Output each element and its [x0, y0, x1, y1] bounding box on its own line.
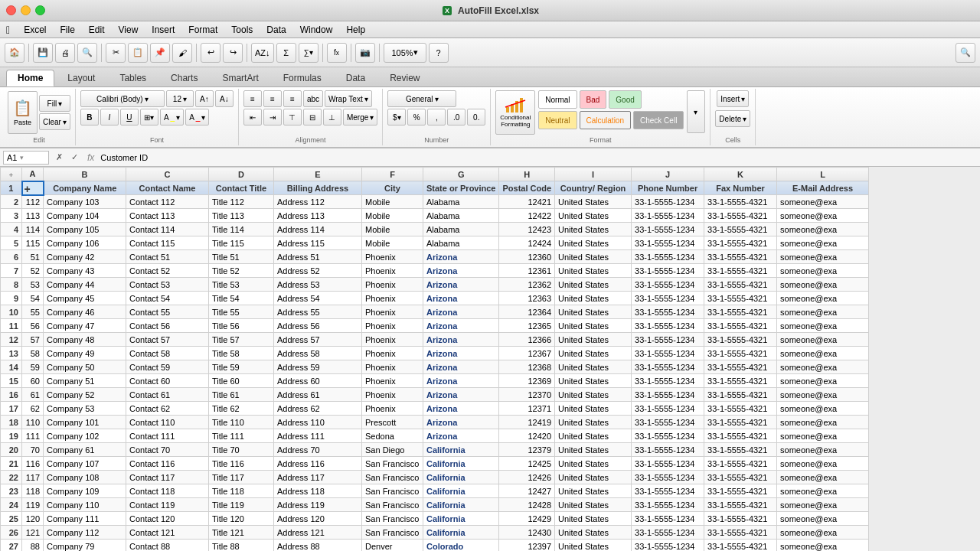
- tab-smartart[interactable]: SmartArt: [211, 70, 270, 86]
- col-header-c[interactable]: C: [126, 168, 209, 181]
- cell-row5-col6[interactable]: Alabama: [423, 236, 499, 250]
- cell-row19-col7[interactable]: 12420: [499, 429, 555, 443]
- cell-row23-col4[interactable]: Address 118: [274, 484, 362, 498]
- font-size-selector[interactable]: 12 ▾: [166, 90, 194, 107]
- cell-row10-col9[interactable]: 33-1-5555-1234: [632, 305, 704, 319]
- cell-row11-col11[interactable]: someone@exa: [777, 319, 869, 333]
- cell-row9-col5[interactable]: Phoenix: [362, 292, 423, 305]
- number-format-selector[interactable]: General ▾: [387, 90, 456, 107]
- cell-row21-col0[interactable]: 116: [22, 457, 44, 471]
- good-style[interactable]: Good: [609, 90, 641, 109]
- cell-row3-col6[interactable]: Alabama: [423, 209, 499, 223]
- cell-row24-col8[interactable]: United States: [555, 498, 632, 512]
- decimal-inc-btn[interactable]: .0: [447, 109, 466, 126]
- row-num-22[interactable]: 22: [1, 471, 22, 484]
- col-header-k[interactable]: K: [704, 168, 777, 181]
- cell-k1[interactable]: Fax Number: [704, 181, 777, 195]
- scissors-btn[interactable]: ✂: [106, 43, 126, 63]
- cell-row6-col9[interactable]: 33-1-5555-1234: [632, 250, 704, 264]
- cell-row5-col7[interactable]: 12424: [499, 236, 555, 250]
- cell-row7-col11[interactable]: someone@exa: [777, 264, 869, 278]
- cell-row16-col6[interactable]: Arizona: [423, 388, 499, 402]
- cell-row11-col9[interactable]: 33-1-5555-1234: [632, 319, 704, 333]
- cell-row20-col9[interactable]: 33-1-5555-1234: [632, 443, 704, 457]
- cell-row10-col7[interactable]: 12364: [499, 305, 555, 319]
- cell-row5-col1[interactable]: Company 106: [44, 236, 126, 250]
- cell-row3-col2[interactable]: Contact 113: [126, 209, 209, 223]
- cell-row8-col0[interactable]: 53: [22, 278, 44, 292]
- cell-row18-col1[interactable]: Company 101: [44, 416, 126, 429]
- search-btn[interactable]: 🔍: [956, 43, 975, 63]
- cell-row25-col4[interactable]: Address 120: [274, 512, 362, 526]
- cell-row25-col11[interactable]: someone@exa: [777, 512, 869, 526]
- cell-e1[interactable]: Billing Address: [274, 181, 362, 195]
- cell-row27-col2[interactable]: Contact 88: [126, 540, 209, 552]
- cell-row21-col2[interactable]: Contact 116: [126, 457, 209, 471]
- cell-row25-col8[interactable]: United States: [555, 512, 632, 526]
- row-num-12[interactable]: 12: [1, 333, 22, 347]
- col-header-h[interactable]: H: [499, 168, 555, 181]
- cell-row3-col5[interactable]: Mobile: [362, 209, 423, 223]
- cell-row27-col3[interactable]: Title 88: [209, 540, 274, 552]
- paste-button[interactable]: 📋 Paste: [8, 91, 38, 134]
- cell-row14-col4[interactable]: Address 59: [274, 360, 362, 374]
- cell-row20-col8[interactable]: United States: [555, 443, 632, 457]
- cell-row14-col11[interactable]: someone@exa: [777, 360, 869, 374]
- redo-btn[interactable]: ↪: [223, 43, 243, 63]
- cell-row12-col4[interactable]: Address 57: [274, 333, 362, 347]
- cell-row21-col5[interactable]: San Francisco: [362, 457, 423, 471]
- cell-row2-col10[interactable]: 33-1-5555-4321: [704, 195, 777, 209]
- cell-row24-col0[interactable]: 119: [22, 498, 44, 512]
- cell-row10-col1[interactable]: Company 46: [44, 305, 126, 319]
- cell-row19-col11[interactable]: someone@exa: [777, 429, 869, 443]
- cell-row3-col9[interactable]: 33-1-5555-1234: [632, 209, 704, 223]
- cell-row3-col11[interactable]: someone@exa: [777, 209, 869, 223]
- cell-row17-col1[interactable]: Company 53: [44, 402, 126, 416]
- cell-j1[interactable]: Phone Number: [632, 181, 704, 195]
- cell-row17-col9[interactable]: 33-1-5555-1234: [632, 402, 704, 416]
- cell-row16-col2[interactable]: Contact 61: [126, 388, 209, 402]
- cell-row6-col7[interactable]: 12360: [499, 250, 555, 264]
- underline-button[interactable]: U: [120, 109, 139, 126]
- bold-button[interactable]: B: [80, 109, 99, 126]
- cell-row7-col7[interactable]: 12361: [499, 264, 555, 278]
- cell-row23-col0[interactable]: 118: [22, 484, 44, 498]
- cell-row3-col1[interactable]: Company 104: [44, 209, 126, 223]
- cell-row14-col0[interactable]: 59: [22, 360, 44, 374]
- cell-row10-col0[interactable]: 55: [22, 305, 44, 319]
- menu-edit[interactable]: Edit: [83, 24, 111, 36]
- cell-row8-col7[interactable]: 12362: [499, 278, 555, 292]
- align-middle-btn[interactable]: ⊟: [303, 109, 322, 126]
- cell-row6-col4[interactable]: Address 51: [274, 250, 362, 264]
- font-increase-btn[interactable]: A↑: [195, 90, 214, 107]
- cell-f1[interactable]: City: [362, 181, 423, 195]
- cell-row8-col6[interactable]: Arizona: [423, 278, 499, 292]
- cell-row2-col9[interactable]: 33-1-5555-1234: [632, 195, 704, 209]
- col-header-i[interactable]: I: [555, 168, 632, 181]
- cell-row15-col9[interactable]: 33-1-5555-1234: [632, 374, 704, 388]
- more-styles-btn[interactable]: ▾: [687, 90, 705, 133]
- cell-row5-col0[interactable]: 115: [22, 236, 44, 250]
- cell-row26-col10[interactable]: 33-1-5555-4321: [704, 526, 777, 540]
- cell-row13-col10[interactable]: 33-1-5555-4321: [704, 347, 777, 360]
- fill-button[interactable]: Fill ▾: [39, 95, 70, 112]
- autosum-btn[interactable]: ∑▾: [299, 43, 318, 63]
- cell-row14-col10[interactable]: 33-1-5555-4321: [704, 360, 777, 374]
- cell-row20-col7[interactable]: 12379: [499, 443, 555, 457]
- cell-row12-col1[interactable]: Company 48: [44, 333, 126, 347]
- col-header-l[interactable]: L: [777, 168, 869, 181]
- cell-row7-col3[interactable]: Title 52: [209, 264, 274, 278]
- preview-btn[interactable]: 🔍: [77, 43, 97, 63]
- cell-row21-col3[interactable]: Title 116: [209, 457, 274, 471]
- cell-row7-col0[interactable]: 52: [22, 264, 44, 278]
- cell-row2-col3[interactable]: Title 112: [209, 195, 274, 209]
- cell-row15-col11[interactable]: someone@exa: [777, 374, 869, 388]
- cell-row14-col8[interactable]: United States: [555, 360, 632, 374]
- cell-row17-col5[interactable]: Phoenix: [362, 402, 423, 416]
- cell-row20-col2[interactable]: Contact 70: [126, 443, 209, 457]
- cell-row23-col11[interactable]: someone@exa: [777, 484, 869, 498]
- cell-row7-col4[interactable]: Address 52: [274, 264, 362, 278]
- cell-row4-col10[interactable]: 33-1-5555-4321: [704, 223, 777, 236]
- cell-row9-col10[interactable]: 33-1-5555-4321: [704, 292, 777, 305]
- cell-row27-col6[interactable]: Colorado: [423, 540, 499, 552]
